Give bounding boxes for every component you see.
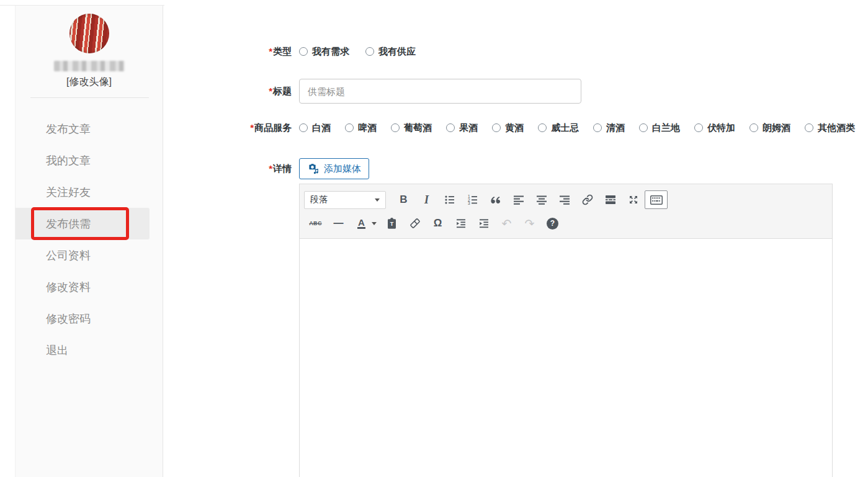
paragraph-format-select[interactable]: 段落 (304, 191, 386, 209)
radio-icon[interactable] (694, 123, 703, 132)
category-option-sake[interactable]: 清酒 (593, 122, 625, 134)
type-label: *类型 (164, 46, 292, 58)
type-option-demand[interactable]: 我有需求 (299, 46, 349, 58)
category-option-other-alcohol[interactable]: 其他酒类 (805, 122, 855, 134)
help-button[interactable]: ? (541, 214, 564, 233)
align-left-icon (513, 194, 524, 205)
radio-icon[interactable] (593, 123, 602, 132)
category-option-label: 葡萄酒 (404, 122, 432, 134)
radio-icon[interactable] (639, 123, 648, 132)
sidebar-divider (30, 97, 149, 98)
sidebar-menu: 发布文章 我的文章 关注好友 发布供需 公司资料 修改资料 修改密码 退出 (16, 113, 163, 366)
category-option-label: 清酒 (606, 122, 625, 134)
bold-icon: B (400, 194, 407, 206)
title-input[interactable] (299, 79, 581, 104)
required-asterisk: * (269, 46, 272, 56)
sidebar-item-publish-supply-demand[interactable]: 发布供需 (16, 208, 150, 239)
username-redacted (54, 61, 125, 71)
type-option-label: 我有供应 (378, 46, 416, 58)
help-icon: ? (547, 218, 558, 230)
sidebar-item-my-articles[interactable]: 我的文章 (16, 145, 163, 176)
toolbar-toggle-button[interactable] (645, 190, 668, 209)
sidebar-item-publish-article[interactable]: 发布文章 (16, 113, 163, 145)
italic-icon: I (424, 194, 429, 207)
category-option-whisky[interactable]: 威士忌 (538, 122, 579, 134)
category-option-vodka[interactable]: 伏特加 (694, 122, 735, 134)
sidebar-item-edit-profile[interactable]: 修改资料 (16, 271, 163, 303)
svg-text:T: T (390, 221, 394, 227)
category-option-brandy[interactable]: 白兰地 (639, 122, 680, 134)
align-center-button[interactable] (530, 190, 553, 209)
link-button[interactable] (576, 190, 599, 209)
indent-button[interactable] (472, 214, 495, 233)
radio-icon[interactable] (365, 47, 374, 56)
title-label: *标题 (164, 86, 292, 97)
type-option-label: 我有需求 (312, 46, 349, 58)
strikethrough-button[interactable]: ABC (304, 214, 327, 233)
blockquote-button[interactable] (484, 190, 507, 209)
category-option-fruit-wine[interactable]: 果酒 (446, 122, 478, 134)
category-option-beer[interactable]: 啤酒 (345, 122, 377, 134)
special-character-button[interactable]: Ω (426, 214, 449, 233)
horizontal-rule-button[interactable]: — (327, 214, 350, 233)
outdent-button[interactable] (449, 214, 472, 233)
radio-icon[interactable] (805, 123, 813, 132)
read-more-tag-button[interactable] (599, 190, 622, 209)
category-option-rum[interactable]: 朗姆酒 (749, 122, 790, 134)
type-option-supply[interactable]: 我有供应 (365, 46, 416, 58)
paste-as-text-button[interactable]: T (380, 214, 403, 233)
category-option-baijiu[interactable]: 白酒 (299, 122, 331, 134)
redo-button[interactable]: ↷ (518, 214, 541, 233)
radio-icon[interactable] (299, 123, 308, 132)
radio-icon[interactable] (345, 123, 354, 132)
outdent-icon (455, 218, 467, 229)
align-left-button[interactable] (507, 190, 530, 209)
radio-icon[interactable] (749, 123, 758, 132)
details-editor: 段落 B I 123 ABC — A (299, 184, 833, 477)
editor-content-area[interactable] (300, 239, 832, 477)
align-center-icon (536, 194, 547, 205)
radio-icon[interactable] (299, 47, 308, 56)
category-option-grape-wine[interactable]: 葡萄酒 (391, 122, 432, 134)
radio-icon[interactable] (492, 123, 501, 132)
bold-button[interactable]: B (392, 190, 415, 209)
blockquote-icon (491, 196, 501, 204)
toolbar-row-1: 段落 B I 123 (304, 188, 828, 212)
bulleted-list-button[interactable] (438, 190, 461, 209)
dropdown-caret-icon (372, 222, 377, 225)
sidebar-item-change-password[interactable]: 修改密码 (16, 303, 163, 334)
radio-icon[interactable] (391, 123, 400, 132)
category-option-huangjiu[interactable]: 黄酒 (492, 122, 524, 134)
omega-icon: Ω (434, 217, 442, 230)
numbered-list-icon: 123 (467, 194, 478, 205)
required-asterisk: * (250, 122, 254, 133)
change-avatar-link[interactable]: [修改头像] (16, 76, 163, 89)
add-media-button[interactable]: 添加媒体 (299, 158, 369, 179)
indent-icon (478, 218, 490, 229)
editor-toolbar: 段落 B I 123 ABC — A (300, 184, 832, 239)
category-label: *商品服务 (164, 122, 292, 134)
radio-icon[interactable] (538, 123, 547, 132)
radio-icon[interactable] (446, 123, 455, 132)
sidebar: [修改头像] 发布文章 我的文章 关注好友 发布供需 公司资料 修改资料 修改密… (15, 6, 163, 477)
sidebar-item-logout[interactable]: 退出 (16, 334, 163, 366)
italic-button[interactable]: I (415, 190, 438, 209)
paste-as-text-icon: T (387, 218, 396, 229)
bulleted-list-icon (444, 194, 455, 205)
svg-text:3: 3 (468, 201, 470, 205)
align-right-icon (559, 194, 570, 205)
fullscreen-button[interactable] (622, 190, 645, 209)
clear-formatting-button[interactable] (403, 214, 426, 233)
numbered-list-button[interactable]: 123 (461, 190, 484, 209)
read-more-tag-icon (605, 194, 616, 205)
align-right-button[interactable] (553, 190, 576, 209)
link-icon (582, 194, 593, 205)
sidebar-item-company-profile[interactable]: 公司资料 (16, 239, 163, 271)
eraser-icon (409, 218, 421, 229)
category-option-label: 伏特加 (707, 122, 735, 134)
sidebar-item-followed-friends[interactable]: 关注好友 (16, 176, 163, 208)
add-media-label: 添加媒体 (324, 163, 361, 175)
undo-button[interactable]: ↶ (495, 214, 518, 233)
text-color-icon: A (357, 218, 365, 229)
text-color-caret-button[interactable] (368, 214, 380, 233)
